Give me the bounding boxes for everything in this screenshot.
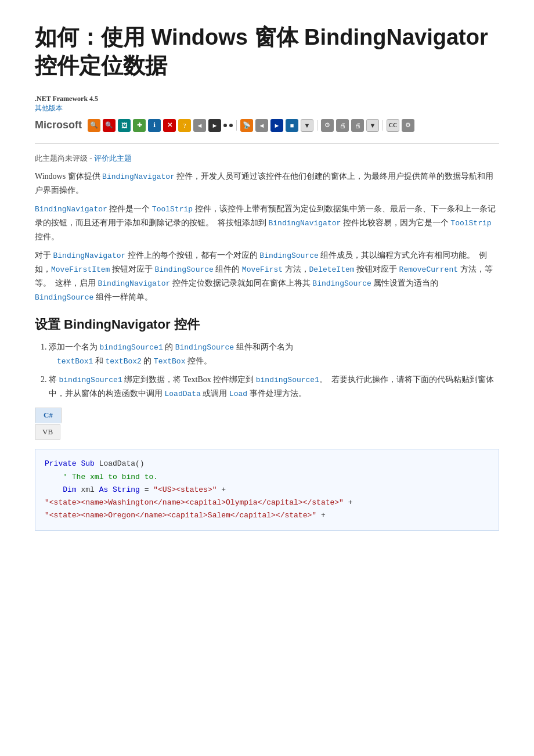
- rating-text: 此主题尚未评级 -: [35, 154, 94, 163]
- method-name: LoadData(): [99, 459, 145, 468]
- keyword-dim: Dim: [63, 485, 76, 494]
- para2: BindingNavigator 控件是一个 ToolStrip 控件，该控件上…: [35, 202, 499, 244]
- step2: 将 bindingSource1 绑定到数据，将 TextBox 控件绑定到 b…: [49, 373, 499, 401]
- bindingnav-inline5: BindingNavigator: [98, 279, 171, 288]
- bindingsource-inline3: BindingSource: [312, 279, 371, 288]
- load-inline: Load: [229, 390, 247, 398]
- section-title: 设置 BindingNavigator 控件: [35, 316, 499, 333]
- separator1: [236, 120, 237, 131]
- movefirstitem-inline: MoveFirstItem: [51, 265, 110, 274]
- textbox2-inline: textBox2: [105, 357, 141, 366]
- string-oregon: "<state><name>Oregon</name><capital>Sale…: [45, 511, 316, 520]
- settings-icon[interactable]: ⚙: [321, 119, 334, 132]
- loaddata-inline: LoadData: [165, 390, 201, 398]
- bindingsource-inline1: BindingSource: [259, 251, 318, 260]
- page-title: 如何：使用 Windows 窗体 BindingNavigator 控件定位数据: [35, 23, 499, 81]
- nav-right-icon[interactable]: ►: [208, 119, 221, 132]
- print-dropdown-icon[interactable]: ▼: [366, 119, 379, 132]
- keyword-as: As String: [99, 485, 140, 494]
- nav-prev-icon[interactable]: ◄: [255, 119, 268, 132]
- framework-label: .NET Framework 4.5: [35, 95, 499, 103]
- bindingsource-inline2: BindingSource: [154, 265, 213, 274]
- close-icon[interactable]: ✕: [163, 119, 176, 132]
- bindingnav-inline1: BindingNavigator: [102, 172, 175, 181]
- bindingnav-inline4: BindingNavigator: [53, 251, 126, 260]
- divider1: [35, 143, 499, 144]
- other-versions-link[interactable]: 其他版本: [35, 104, 63, 112]
- dot1: [223, 124, 227, 127]
- printer2-icon[interactable]: 🖨: [351, 119, 364, 132]
- step1: 添加一个名为 bindingSource1 的 BindingSource 组件…: [49, 340, 499, 368]
- separator3: [383, 120, 383, 131]
- rating-section: 此主题尚未评级 - 评价此主题: [35, 153, 499, 164]
- lang-tabs: C#: [35, 408, 499, 423]
- removecurrent-inline: RemoveCurrent: [399, 265, 458, 274]
- tab-csharp[interactable]: C#: [35, 408, 62, 423]
- dropdown-icon[interactable]: ▼: [301, 119, 313, 132]
- string-us: "<US><states>": [153, 485, 217, 494]
- info-icon[interactable]: ℹ: [148, 119, 161, 132]
- bookmark-icon[interactable]: ■: [286, 119, 298, 132]
- image-icon[interactable]: 🖼: [118, 119, 131, 132]
- microsoft-logo: Microsoft: [35, 119, 82, 131]
- dot2: [229, 124, 233, 127]
- bindingsource1-step2b-inline: bindingSource1: [256, 376, 319, 384]
- bindingsource1-step2-inline: bindingSource1: [59, 376, 122, 384]
- steps-list: 添加一个名为 bindingSource1 的 BindingSource 组件…: [49, 340, 499, 401]
- nav-next-icon[interactable]: ►: [270, 119, 283, 132]
- print-icon[interactable]: 🖨: [336, 119, 349, 132]
- code-block: Private Sub LoadData() ' The xml to bind…: [35, 449, 499, 530]
- separator2: [317, 120, 317, 131]
- search-icon2[interactable]: 🔍: [103, 119, 116, 132]
- nav-left-icon[interactable]: ◄: [193, 119, 206, 132]
- bindingnav-inline3: BindingNavigator: [269, 219, 341, 228]
- textbox1-inline: textBox1: [57, 357, 93, 366]
- bindingsource-step1-inline: BindingSource: [175, 343, 234, 352]
- keyword-private: Private Sub: [45, 459, 95, 468]
- bindingnav-inline2: BindingNavigator: [35, 205, 107, 214]
- toolbar: Microsoft 🔍 🔍 🖼 ✚ ℹ ✕ ? ◄ ► 📡 ◄ ► ■ ▼ ⚙ …: [35, 119, 499, 132]
- bindingsource1-inline: bindingSource1: [100, 343, 163, 352]
- para3: 对于 BindingNavigator 控件上的每个按钮，都有一个对应的 Bin…: [35, 249, 499, 304]
- para1: Windows 窗体提供 BindingNavigator 控件，开发人员可通过…: [35, 170, 499, 197]
- tab-vb[interactable]: VB: [35, 424, 60, 440]
- textbox-class-inline: TextBox: [154, 357, 186, 366]
- comment-xml: ' The xml to bind to.: [63, 473, 158, 481]
- cc-icon[interactable]: CC: [387, 119, 399, 132]
- bindingsource-inline4: BindingSource: [35, 293, 93, 302]
- rating-link[interactable]: 评价此主题: [94, 154, 132, 163]
- extra-icon[interactable]: ⚙: [402, 119, 414, 132]
- rss-icon[interactable]: 📡: [240, 119, 253, 132]
- tab-spacer: [62, 408, 64, 423]
- string-washington: "<state><name>Washington</name><capital>…: [45, 498, 344, 507]
- help-icon[interactable]: ?: [178, 119, 191, 132]
- movefirst-inline: MoveFirst: [242, 265, 283, 274]
- search-icon1[interactable]: 🔍: [88, 119, 100, 132]
- add-icon[interactable]: ✚: [133, 119, 146, 132]
- toolstrip-inline1: ToolStrip: [152, 205, 193, 214]
- version-info: .NET Framework 4.5 其他版本: [35, 95, 499, 113]
- deleteitem-inline: DeleteItem: [309, 265, 355, 274]
- lang-tabs-container: C# VB: [35, 408, 499, 444]
- toolstrip-inline2: ToolStrip: [450, 219, 491, 228]
